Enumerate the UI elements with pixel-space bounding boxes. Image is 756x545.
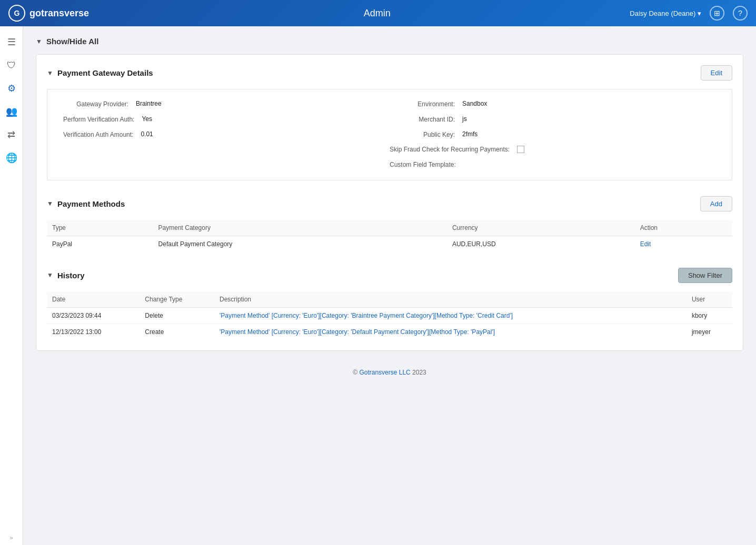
- col-currency: Currency: [447, 220, 635, 236]
- help-icon[interactable]: ?: [733, 6, 748, 21]
- table-row: 12/13/2022 13:00 Create 'Payment Method'…: [47, 324, 732, 340]
- environment-value: Sandbox: [462, 100, 487, 107]
- payment-methods-header-row: Type Payment Category Currency Action: [47, 220, 732, 236]
- collapse-icon: ▼: [36, 38, 42, 45]
- cell-description: 'Payment Method' [Currency: 'Euro'][Cate…: [214, 324, 687, 340]
- sidebar-icon-transfer[interactable]: ⇄: [2, 125, 21, 144]
- app-body: ☰ 🛡 ⚙ 👥 ⇄ 🌐 » ▼ Show/Hide All ▼ Payment …: [0, 26, 756, 545]
- col-category: Payment Category: [153, 220, 447, 236]
- cell-user: kbory: [687, 307, 732, 324]
- payment-methods-title-row: ▼ Payment Methods: [47, 199, 125, 208]
- user-menu[interactable]: Daisy Deane (Deane) ▾: [630, 9, 701, 17]
- spacer1: [47, 180, 732, 196]
- col-user: User: [687, 291, 732, 308]
- app-logo-text: gotransverse: [29, 8, 89, 19]
- edit-row-link[interactable]: Edit: [640, 240, 651, 248]
- spacer2: [47, 252, 732, 268]
- gateway-provider-label: Gateway Provider:: [63, 100, 132, 109]
- sidebar-icon-settings[interactable]: ⚙: [2, 79, 21, 98]
- show-hide-label: Show/Hide All: [46, 37, 98, 46]
- verification-amount-row: Verification Auth Amount: 0.01: [63, 130, 390, 139]
- environment-label: Environment:: [390, 100, 458, 109]
- sidebar-icon-document[interactable]: ☰: [2, 33, 21, 52]
- payment-gateway-header: ▼ Payment Gateway Details Edit: [47, 65, 732, 80]
- payment-gateway-section: ▼ Payment Gateway Details Edit Gateway P…: [47, 65, 732, 180]
- public-key-label: Public Key:: [390, 130, 458, 139]
- merchant-id-value: js: [462, 115, 467, 123]
- public-key-row: Public Key: 2fmfs: [390, 130, 716, 139]
- perform-verification-label: Perform Verification Auth:: [63, 115, 137, 124]
- footer-link[interactable]: Gotransverse LLC: [359, 369, 410, 376]
- page-title: Admin: [124, 8, 630, 19]
- main-card: ▼ Payment Gateway Details Edit Gateway P…: [36, 54, 743, 351]
- custom-field-row: Custom Field Template:: [390, 160, 716, 169]
- perform-verification-value: Yes: [142, 115, 152, 123]
- cell-date: 12/13/2022 13:00: [47, 324, 140, 340]
- table-row: PayPal Default Payment Category AUD,EUR,…: [47, 236, 732, 252]
- payment-methods-header: ▼ Payment Methods Add: [47, 196, 732, 211]
- gateway-left-col: Gateway Provider: Braintree Perform Veri…: [63, 100, 390, 169]
- cell-change-type: Create: [140, 324, 214, 340]
- description-link[interactable]: 'Payment Method' [Currency: 'Euro'][Cate…: [220, 312, 513, 319]
- environment-row: Environment: Sandbox: [390, 100, 716, 109]
- cell-user: jmeyer: [687, 324, 732, 340]
- cell-change-type: Delete: [140, 307, 214, 324]
- skip-fraud-label: Skip Fraud Check for Recurring Payments:: [390, 145, 513, 154]
- payment-gateway-title: Payment Gateway Details: [57, 68, 153, 77]
- history-header-row: Date Change Type Description User: [47, 291, 732, 308]
- payment-methods-section: ▼ Payment Methods Add Type Payment Categ…: [47, 196, 732, 252]
- sidebar-icon-users[interactable]: 👥: [2, 102, 21, 121]
- cell-category: Default Payment Category: [153, 236, 447, 252]
- history-collapse-icon: ▼: [47, 271, 53, 279]
- gateway-provider-row: Gateway Provider: Braintree: [63, 100, 390, 109]
- gateway-detail-box: Gateway Provider: Braintree Perform Veri…: [47, 89, 732, 180]
- col-type: Type: [47, 220, 153, 236]
- sidebar-icon-globe[interactable]: 🌐: [2, 148, 21, 167]
- history-title: History: [57, 271, 85, 280]
- skip-fraud-checkbox-input[interactable]: [517, 146, 524, 153]
- edit-gateway-button[interactable]: Edit: [701, 65, 732, 80]
- perform-verification-row: Perform Verification Auth: Yes: [63, 115, 390, 124]
- history-table: Date Change Type Description User 03/23/…: [47, 291, 732, 340]
- gateway-right-col: Environment: Sandbox Merchant ID: js Pub…: [390, 100, 716, 169]
- payment-gateway-title-row: ▼ Payment Gateway Details: [47, 68, 153, 77]
- public-key-value: 2fmfs: [462, 130, 478, 138]
- col-change-type: Change Type: [140, 291, 214, 308]
- merchant-id-label: Merchant ID:: [390, 115, 458, 124]
- gateway-collapse-icon: ▼: [47, 69, 53, 77]
- history-header: ▼ History Show Filter: [47, 268, 732, 283]
- custom-field-label: Custom Field Template:: [390, 160, 459, 169]
- col-description: Description: [214, 291, 687, 308]
- cell-action[interactable]: Edit: [635, 236, 732, 252]
- verification-amount-value: 0.01: [141, 130, 153, 138]
- table-row: 03/23/2023 09:44 Delete 'Payment Method'…: [47, 307, 732, 324]
- cell-type: PayPal: [47, 236, 153, 252]
- col-date: Date: [47, 291, 140, 308]
- methods-collapse-icon: ▼: [47, 200, 53, 207]
- sidebar-icon-shield[interactable]: 🛡: [2, 56, 21, 75]
- skip-fraud-checkbox[interactable]: [517, 145, 524, 153]
- skip-fraud-row: Skip Fraud Check for Recurring Payments:: [390, 145, 716, 154]
- show-hide-all[interactable]: ▼ Show/Hide All: [36, 37, 743, 46]
- sidebar-expand[interactable]: »: [9, 534, 13, 541]
- gateway-provider-value: Braintree: [136, 100, 162, 107]
- history-section: ▼ History Show Filter Date Change Type D…: [47, 268, 732, 340]
- top-navigation: G gotransverse Admin Daisy Deane (Deane)…: [0, 0, 756, 26]
- verification-amount-label: Verification Auth Amount:: [63, 130, 136, 139]
- cell-currency: AUD,EUR,USD: [447, 236, 635, 252]
- sidebar: ☰ 🛡 ⚙ 👥 ⇄ 🌐 »: [0, 26, 23, 545]
- grid-icon[interactable]: ⊞: [710, 6, 724, 21]
- logo-area: G gotransverse: [8, 5, 124, 22]
- payment-methods-title: Payment Methods: [57, 199, 125, 208]
- cell-description: 'Payment Method' [Currency: 'Euro'][Cate…: [214, 307, 687, 324]
- col-action: Action: [635, 220, 732, 236]
- main-content: ▼ Show/Hide All ▼ Payment Gateway Detail…: [23, 26, 756, 545]
- footer: © Gotransverse LLC 2023: [36, 361, 743, 383]
- description-link[interactable]: 'Payment Method' [Currency: 'Euro'][Cate…: [220, 328, 495, 336]
- show-filter-button[interactable]: Show Filter: [678, 268, 732, 283]
- payment-methods-table: Type Payment Category Currency Action Pa…: [47, 220, 732, 252]
- cell-date: 03/23/2023 09:44: [47, 307, 140, 324]
- add-payment-method-button[interactable]: Add: [700, 196, 732, 211]
- logo-icon: G: [8, 5, 25, 22]
- merchant-id-row: Merchant ID: js: [390, 115, 716, 124]
